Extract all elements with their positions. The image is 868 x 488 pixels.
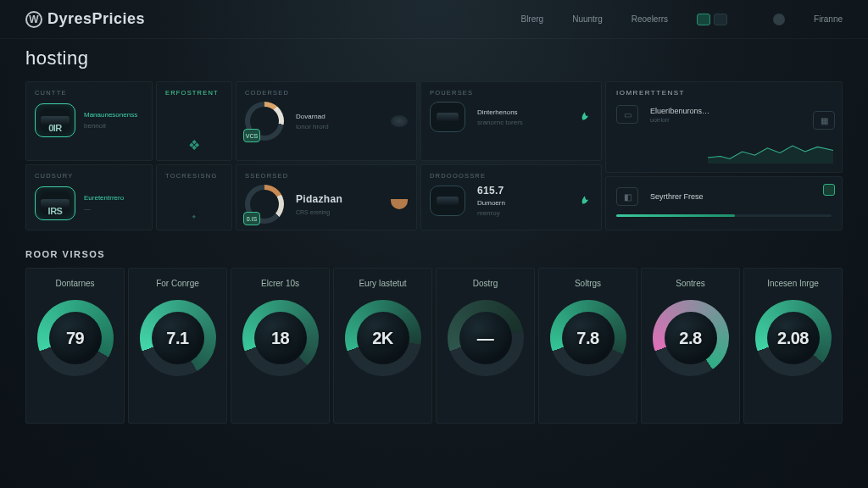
- diamond-icon: ⬩: [190, 208, 198, 223]
- metric-card-5[interactable]: TOCRESISNG ⬩: [156, 164, 232, 230]
- gauge-value: 2.08: [777, 329, 809, 348]
- ring-badge: VCS: [243, 129, 260, 142]
- metric-label: ERFOSTRENT: [165, 89, 219, 97]
- gauge-card-2[interactable]: Elcrer 10s18: [231, 268, 330, 424]
- brand-name: DyresPricies: [47, 10, 145, 28]
- chip-icon: [430, 186, 465, 216]
- metric-label: CUNTTE: [35, 89, 143, 97]
- metric-label: TOCRESISNG: [165, 172, 217, 180]
- metrics-grid: CUNTTE 0IR Manaunesonenss bennoil ERFOST…: [25, 81, 602, 230]
- device-icon: 0IR: [35, 103, 75, 137]
- panel-line2: uorriorr: [650, 117, 709, 123]
- nav-link-1[interactable]: Nuuntrg: [572, 14, 603, 24]
- metric-value: 0IR: [48, 123, 62, 133]
- brand-logo-icon: W: [25, 11, 42, 28]
- disk-icon: ◧: [616, 187, 638, 206]
- gauge-card-5[interactable]: Soltrgs7.8: [538, 268, 637, 424]
- pie-icon: VCS: [245, 102, 284, 141]
- metric-label: SSEORSED: [245, 172, 408, 180]
- gauge-card-6[interactable]: Sontres2.8: [641, 268, 740, 424]
- gauges-row: Dontarnes79For Conrge7.1Elcrer 10s18Eury…: [0, 268, 868, 424]
- side-panels: IOmrerttenst ▭ EluerIbenurons… uorriorr …: [605, 81, 843, 230]
- orb-icon: [391, 115, 408, 127]
- gauge-ring-icon: 7.1: [140, 300, 216, 376]
- gauge-card-3[interactable]: Eury Iastetut2K: [333, 268, 432, 424]
- gauge-card-4[interactable]: Dostrg—: [436, 268, 535, 424]
- gauge-title: Dostrg: [473, 279, 498, 288]
- top-nav: Blrerg Nuuntrg Reoelerrs Firanne: [520, 14, 843, 25]
- gauge-value: 2K: [372, 329, 393, 348]
- gauge-value: 18: [271, 329, 289, 348]
- nav-link-3[interactable]: Firanne: [814, 14, 843, 24]
- gauge-ring-icon: —: [448, 300, 524, 376]
- metric-lines: Dovarnad lonor hrord: [296, 113, 329, 130]
- traffic-panel[interactable]: IOmrerttenst ▭ EluerIbenurons… uorriorr …: [605, 81, 843, 173]
- gauge-title: Sontres: [676, 279, 704, 288]
- header: W DyresPricies Blrerg Nuuntrg Reoelerrs …: [0, 0, 868, 39]
- metric-lines: Dinterhenons sranornc torers: [477, 108, 523, 126]
- gauge-value: 7.8: [576, 329, 598, 348]
- page-title: hosting: [0, 39, 868, 81]
- metric-card-3[interactable]: POUERSES Dinterhenons sranornc torers: [420, 81, 602, 161]
- metric-card-6[interactable]: SSEORSED 0.IS Pidazhan CRS erening: [236, 164, 417, 230]
- ring-badge: 0.IS: [243, 212, 260, 225]
- device-icon: IRS: [35, 186, 75, 220]
- section-title-gauges: ROOR VIRSOS: [0, 230, 868, 268]
- gauge-value: 79: [66, 329, 84, 348]
- usage-panel[interactable]: ◧ Seyrthrer Frese: [605, 176, 843, 230]
- gauge-ring-icon: 79: [37, 300, 114, 376]
- expand-icon[interactable]: [823, 184, 835, 196]
- metric-value: IRS: [48, 206, 63, 216]
- nav-link-0[interactable]: Blrerg: [520, 14, 543, 24]
- gauge-card-0[interactable]: Dontarnes79: [25, 268, 125, 424]
- metric-card-4[interactable]: CUDSURY IRS Euretentrrero —: [25, 164, 153, 230]
- spark-icon: ❖: [188, 137, 200, 153]
- brand: W DyresPricies: [25, 10, 145, 28]
- nav-status-badges: [697, 14, 727, 25]
- leaf-icon: [577, 195, 593, 207]
- metric-label: CODERSED: [245, 89, 408, 97]
- metric-card-2[interactable]: CODERSED VCS Dovarnad lonor hrord: [236, 81, 417, 161]
- gauge-title: Elcrer 10s: [261, 279, 299, 288]
- gauge-ring-icon: 7.8: [550, 300, 626, 376]
- grid-icon: ▦: [813, 111, 835, 130]
- gauge-title: For Conrge: [156, 279, 199, 288]
- gauge-ring-icon: 2.08: [755, 300, 832, 376]
- panel-line1: EluerIbenurons…: [650, 107, 709, 115]
- metric-label: CUDSURY: [35, 172, 143, 180]
- bowl-icon: [391, 199, 408, 209]
- gauge-value: —: [477, 329, 494, 348]
- metric-label: DRDOOOSSRE: [430, 172, 593, 180]
- pie-icon: 0.IS: [245, 185, 284, 224]
- metric-lines: Euretentrrero —: [84, 194, 124, 213]
- usage-bar: [616, 214, 832, 217]
- gauge-title: Soltrgs: [575, 279, 601, 288]
- gauge-card-1[interactable]: For Conrge7.1: [128, 268, 227, 424]
- gauge-value: 7.1: [166, 329, 188, 348]
- metric-card-0[interactable]: CUNTTE 0IR Manaunesonenss bennoil: [25, 81, 153, 161]
- gauge-title: Dontarnes: [55, 279, 94, 288]
- gauge-value: 2.8: [679, 329, 701, 348]
- metric-card-1[interactable]: ERFOSTRENT ❖: [156, 81, 232, 161]
- panel-title: IOmrerttenst: [616, 89, 832, 97]
- panel-line1: Seyrthrer Frese: [650, 192, 704, 201]
- status-badge-dim-icon[interactable]: [714, 14, 727, 25]
- avatar-icon[interactable]: [773, 14, 785, 25]
- gauge-ring-icon: 18: [242, 300, 319, 376]
- chip-icon: [430, 102, 465, 132]
- metric-lines: 615.7 Dumoern menroy: [477, 185, 505, 217]
- metric-label: POUERSES: [430, 89, 593, 97]
- status-badge-active-icon[interactable]: [697, 14, 710, 25]
- gauge-card-7[interactable]: Incesen Inrge2.08: [743, 268, 843, 424]
- metric-lines: Pidazhan CRS erening: [296, 193, 342, 215]
- overview-section: CUNTTE 0IR Manaunesonenss bennoil ERFOST…: [0, 81, 868, 230]
- nav-link-2[interactable]: Reoelerrs: [632, 14, 668, 24]
- gauge-title: Eury Iastetut: [359, 279, 406, 288]
- card-icon: ▭: [616, 105, 638, 124]
- sparkline: [708, 140, 833, 164]
- gauge-ring-icon: 2.8: [653, 300, 729, 376]
- metric-card-7[interactable]: DRDOOOSSRE 615.7 Dumoern menroy: [420, 164, 602, 230]
- leaf-icon: [577, 111, 593, 123]
- gauge-ring-icon: 2K: [345, 300, 421, 376]
- metric-lines: Manaunesonenss bennoil: [84, 111, 137, 130]
